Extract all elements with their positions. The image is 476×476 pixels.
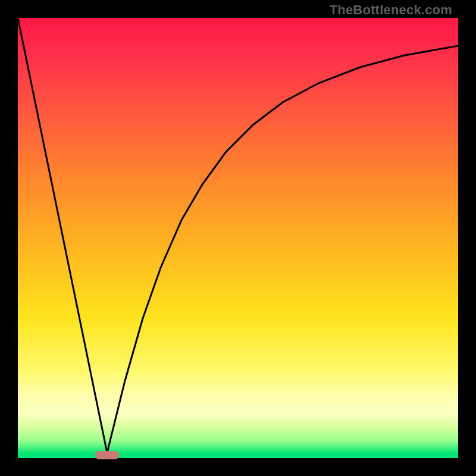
optimal-marker bbox=[95, 451, 119, 459]
watermark-text: TheBottleneck.com bbox=[330, 2, 452, 18]
curve-right-branch bbox=[107, 46, 458, 453]
curve-left-branch bbox=[18, 18, 107, 453]
bottleneck-curve-svg bbox=[18, 18, 458, 458]
